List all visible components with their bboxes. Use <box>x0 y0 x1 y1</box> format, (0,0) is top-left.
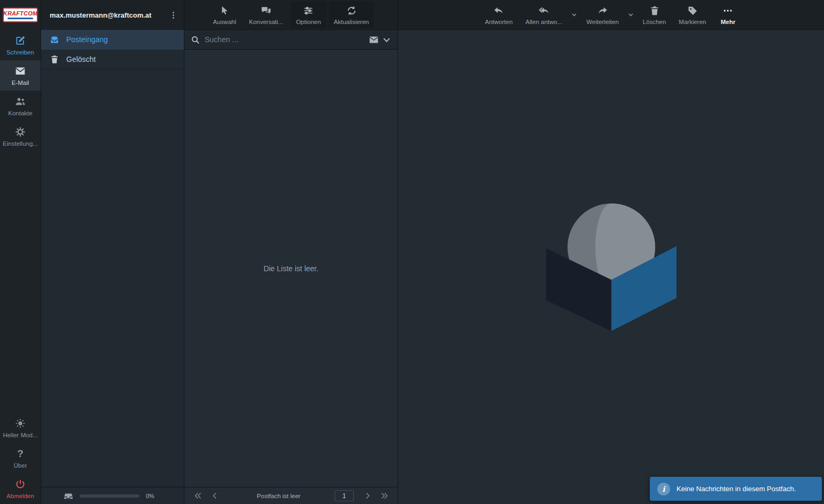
search-input[interactable] <box>205 35 364 44</box>
sidebar-item-contacts[interactable]: Kontakte <box>0 91 41 121</box>
kraftcom-logo[interactable]: KRAFTCOM <box>0 0 41 30</box>
options-button-label: Optionen <box>296 19 321 25</box>
folders-panel: max.mustermann@kraftcom.at Posteingang G… <box>41 0 184 504</box>
first-page-button[interactable] <box>190 489 206 503</box>
list-toolbar: Auswahl Konversati... Optionen Aktualisi… <box>184 0 398 30</box>
first-page-icon <box>194 492 202 500</box>
mark-button[interactable]: Markieren <box>673 2 711 28</box>
mail-icon <box>15 66 26 76</box>
empty-mailbox-watermark <box>546 203 677 332</box>
empty-list-text: Die Liste ist leer. <box>263 264 318 273</box>
refresh-icon <box>346 5 357 16</box>
prev-page-button[interactable] <box>207 489 223 503</box>
refresh-button-label: Aktualisieren <box>334 19 369 25</box>
sidebar-item-logout[interactable]: Abmelden <box>0 474 41 504</box>
list-pagination: Postfach ist leer <box>184 487 398 504</box>
reply-all-button[interactable]: Allen antwo... <box>520 2 568 28</box>
mark-button-label: Markieren <box>679 19 706 25</box>
search-scope-mail-button[interactable] <box>369 35 378 44</box>
select-button[interactable]: Auswahl <box>208 2 242 28</box>
reply-icon <box>493 5 504 16</box>
message-list-panel: Auswahl Konversati... Optionen Aktualisi… <box>184 0 398 504</box>
kebab-icon <box>169 11 178 20</box>
reply-all-button-label: Allen antwo... <box>525 19 562 25</box>
sidebar-item-about[interactable]: ? Über <box>0 443 41 474</box>
logo-box: KRAFTCOM <box>3 7 38 22</box>
select-icon <box>219 5 230 16</box>
contacts-icon <box>15 96 26 107</box>
quota-percent: 0% <box>146 493 154 499</box>
options-icon <box>303 5 314 16</box>
search-icon <box>191 35 200 44</box>
folder-list: Posteingang Gelöscht <box>41 30 184 69</box>
logo-text: KRAFTCOM <box>3 10 38 17</box>
forward-icon <box>597 5 608 16</box>
storage-icon <box>64 491 73 501</box>
quota-footer: 0% <box>41 487 184 504</box>
inbox-icon <box>50 35 59 44</box>
sidebar-item-compose[interactable]: Schreiben <box>0 30 41 60</box>
options-button[interactable]: Optionen <box>291 2 327 28</box>
chevron-down-icon <box>382 35 391 44</box>
search-scope-mail-icon <box>369 35 378 44</box>
toast-message: Keine Nachrichten in diesem Postfach. <box>677 485 796 493</box>
logout-icon <box>15 479 26 490</box>
sidebar-item-light-mode[interactable]: Heller Mod... <box>0 413 41 443</box>
mark-icon <box>687 5 698 16</box>
chevron-down-icon <box>571 12 577 18</box>
logo-swoosh <box>7 18 33 19</box>
sidebar-item-logout-label: Abmelden <box>6 493 34 499</box>
message-body <box>398 30 824 504</box>
sidebar-item-compose-label: Schreiben <box>6 49 34 56</box>
quota-progress <box>80 494 139 498</box>
delete-icon <box>649 5 660 16</box>
sidebar-item-contacts-label: Kontakte <box>8 110 32 116</box>
sidebar-item-mail[interactable]: E-Mail <box>0 60 41 91</box>
message-panel: Antworten Allen antwo... Weiterleiten <box>398 0 824 504</box>
last-page-icon <box>380 492 388 500</box>
reply-button[interactable]: Antworten <box>480 2 518 28</box>
more-button-label: Mehr <box>721 19 735 25</box>
account-menu-button[interactable] <box>166 6 181 23</box>
delete-button-label: Löschen <box>643 19 666 25</box>
sidebar-item-light-mode-label: Heller Mod... <box>3 432 37 438</box>
sidebar-item-settings[interactable]: Einstellung... <box>0 121 41 152</box>
app-sidebar: KRAFTCOM Schreiben E-Mail Kontakte <box>0 0 41 504</box>
conversations-icon <box>261 5 271 16</box>
select-button-label: Auswahl <box>213 19 236 25</box>
sidebar-item-mail-label: E-Mail <box>12 80 29 86</box>
more-button[interactable]: Mehr <box>713 2 742 28</box>
message-toolbar: Antworten Allen antwo... Weiterleiten <box>398 0 824 30</box>
about-icon: ? <box>17 448 24 459</box>
more-icon <box>722 5 733 16</box>
forward-menu-button[interactable] <box>626 9 635 21</box>
light-mode-icon <box>15 418 26 429</box>
notification-toast[interactable]: i Keine Nachrichten in diesem Postfach. <box>650 477 822 501</box>
folder-item-trash[interactable]: Gelöscht <box>41 50 184 69</box>
reply-all-menu-button[interactable] <box>570 9 579 21</box>
forward-button-label: Weiterleiten <box>586 19 619 25</box>
sidebar-item-about-label: Über <box>14 462 27 469</box>
forward-button[interactable]: Weiterleiten <box>581 2 624 28</box>
conversations-button[interactable]: Konversati... <box>244 2 289 28</box>
settings-icon <box>15 127 26 137</box>
trash-icon <box>50 54 59 64</box>
info-icon: i <box>657 483 670 495</box>
message-list-body: Die Liste ist leer. <box>184 50 398 487</box>
search-options-button[interactable] <box>382 35 391 44</box>
reply-all-icon <box>539 5 549 16</box>
folder-item-inbox[interactable]: Posteingang <box>41 30 184 50</box>
reply-button-label: Antworten <box>485 19 513 25</box>
next-page-icon <box>363 492 371 500</box>
account-email: max.mustermann@kraftcom.at <box>50 11 166 19</box>
account-header: max.mustermann@kraftcom.at <box>41 0 184 30</box>
sidebar-spacer <box>0 152 41 413</box>
search-bar <box>184 30 398 50</box>
refresh-button[interactable]: Aktualisieren <box>329 2 375 28</box>
prev-page-icon <box>211 492 219 500</box>
page-number-input[interactable] <box>335 490 354 501</box>
folder-label: Gelöscht <box>66 55 96 64</box>
next-page-button[interactable] <box>359 489 375 503</box>
delete-button[interactable]: Löschen <box>638 2 671 28</box>
last-page-button[interactable] <box>376 489 392 503</box>
